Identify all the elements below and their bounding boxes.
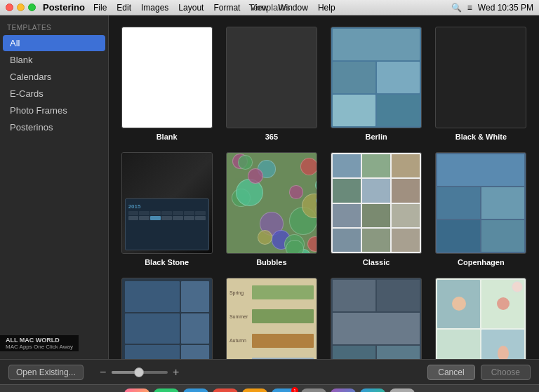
sidebar-item-blank[interactable]: Blank: [3, 52, 105, 68]
dock-ibooks[interactable]: 📖: [242, 388, 267, 392]
dock-music[interactable]: 🎵: [213, 388, 238, 392]
dock-finder[interactable]: 🗂️: [360, 388, 385, 392]
sidebar-item-all[interactable]: All: [3, 35, 105, 51]
sidebar-item-photoframes[interactable]: Photo Frames: [3, 102, 105, 119]
dock-photos[interactable]: 🌸: [124, 388, 149, 392]
template-row3-1[interactable]: [120, 278, 213, 359]
content-area: Blank // Will be rendered via JS below 3…: [109, 15, 539, 359]
menubar-time: Wed 10:35 PM: [478, 3, 533, 13]
app-name: Posterino: [43, 2, 85, 13]
dock-systemprefs[interactable]: ⚙️: [301, 388, 326, 392]
template-bubbles-name: Bubbles: [256, 258, 286, 266]
main-area: TEMPLATES All Blank Calendars E-Cards Ph…: [0, 15, 539, 359]
menubar-right: 🔍 ≡ Wed 10:35 PM: [451, 3, 533, 13]
template-classic-name: Classic: [363, 258, 390, 266]
template-blackstone-name: Black Stone: [145, 258, 189, 266]
dock-mail[interactable]: ✉️: [183, 388, 208, 392]
template-blackstone[interactable]: 2015: [120, 152, 213, 266]
dock-posterino[interactable]: 🎨: [331, 388, 356, 392]
zoom-controls: − +: [98, 366, 182, 379]
menu-images[interactable]: Images: [137, 1, 173, 14]
template-copenhagen[interactable]: Copenhagen: [434, 152, 528, 266]
dock-trash[interactable]: 🗑️: [390, 388, 415, 392]
sidebar-item-posterinos[interactable]: Posterinos: [3, 119, 105, 135]
template-bw-name: Black & White: [455, 133, 507, 141]
zoom-in-button[interactable]: +: [171, 366, 182, 379]
sidebar-item-ecards[interactable]: E-Cards: [3, 86, 105, 102]
template-row3-2[interactable]: Spring Summer Autumn Winter: [225, 278, 318, 359]
watermark-line1: ALL MAC WORLD: [6, 337, 73, 344]
dock: 🌸 💬 ✉️ 🎵 📖 🛒 1 ⚙️ 🎨 🗂️ 🗑️: [0, 384, 539, 392]
bottom-right-buttons: Cancel Choose: [427, 365, 531, 380]
watermark-line2: MAC Apps One Click Away: [6, 344, 73, 350]
window-title: Templates: [248, 2, 290, 13]
menu-format[interactable]: Format: [209, 1, 244, 14]
minimize-button[interactable]: [17, 4, 25, 11]
template-classic[interactable]: Classic: [330, 152, 423, 266]
menu-help[interactable]: Help: [314, 1, 340, 14]
template-berlin[interactable]: Berlin: [330, 27, 423, 141]
template-365-name: 365: [265, 133, 278, 141]
bottom-bar: Open Existing... − + Cancel Choose: [0, 359, 539, 384]
menu-file[interactable]: File: [89, 1, 111, 14]
cancel-button[interactable]: Cancel: [427, 365, 474, 380]
template-blank[interactable]: Blank: [120, 27, 213, 141]
template-row3-3[interactable]: [330, 278, 423, 359]
menubar: Posterino File Edit Images Layout Format…: [0, 0, 539, 15]
dock-appstore[interactable]: 🛒 1: [272, 388, 297, 392]
templates-grid: Blank // Will be rendered via JS below 3…: [120, 27, 528, 359]
maximize-button[interactable]: [28, 4, 36, 11]
zoom-out-button[interactable]: −: [98, 366, 109, 379]
template-blank-name: Blank: [157, 133, 178, 141]
template-bw[interactable]: Black & White: [434, 27, 528, 141]
zoom-slider[interactable]: [112, 371, 168, 374]
choose-button[interactable]: Choose: [481, 365, 531, 380]
template-row3-4[interactable]: [434, 278, 528, 359]
sidebar-section-label: TEMPLATES: [0, 21, 108, 34]
menubar-search-icon[interactable]: 🔍: [451, 3, 462, 13]
close-button[interactable]: [6, 4, 13, 11]
template-bubbles[interactable]: Bubbles: [225, 152, 318, 266]
menu-edit[interactable]: Edit: [112, 1, 135, 14]
menu-layout[interactable]: Layout: [174, 1, 208, 14]
traffic-lights: [6, 4, 36, 11]
sidebar: TEMPLATES All Blank Calendars E-Cards Ph…: [0, 15, 109, 359]
template-berlin-name: Berlin: [366, 133, 387, 141]
template-365[interactable]: // Will be rendered via JS below 365: [225, 27, 318, 141]
dock-messages[interactable]: 💬: [154, 388, 179, 392]
template-copenhagen-name: Copenhagen: [458, 258, 505, 266]
open-existing-button[interactable]: Open Existing...: [8, 365, 84, 380]
sidebar-item-calendars[interactable]: Calendars: [3, 69, 105, 85]
menubar-list-icon[interactable]: ≡: [467, 3, 472, 13]
zoom-slider-thumb: [134, 367, 144, 377]
